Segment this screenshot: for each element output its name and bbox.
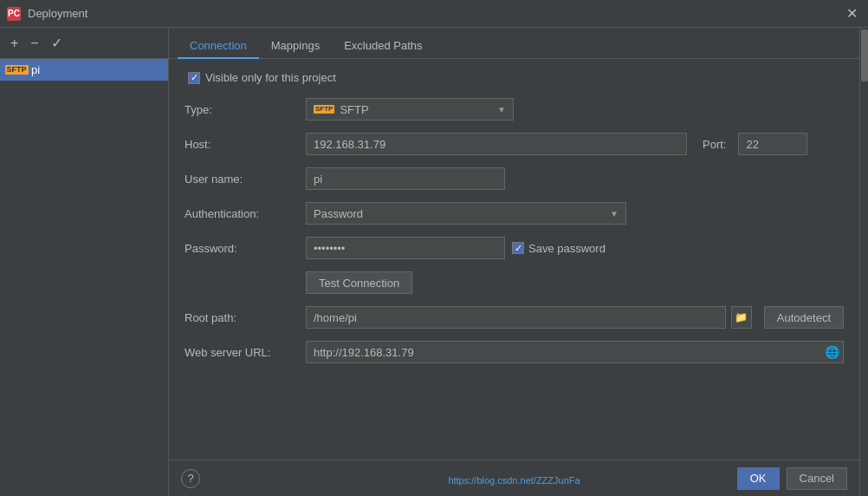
type-dropdown-value: SFTP: [340, 103, 368, 116]
help-button[interactable]: ?: [181, 469, 200, 488]
auth-row: Authentication: Password ▼: [185, 202, 844, 225]
type-control: SFTP SFTP ▼: [306, 98, 844, 121]
type-dropdown[interactable]: SFTP SFTP ▼: [306, 98, 514, 121]
add-deployment-button[interactable]: +: [7, 35, 22, 52]
sidebar-item-pi[interactable]: SFTP pi: [0, 59, 168, 81]
folder-browse-button[interactable]: 📁: [731, 306, 752, 329]
type-dropdown-icon: SFTP: [314, 105, 334, 114]
visible-only-label: Visible only for this project: [205, 71, 336, 84]
scrollbar-thumb: [861, 29, 868, 82]
right-scrollbar[interactable]: [859, 28, 868, 496]
sidebar-item-label: pi: [31, 63, 40, 76]
app-icon: PC: [7, 7, 21, 21]
tab-excluded-paths[interactable]: Excluded Paths: [332, 34, 434, 59]
password-row: Password: ✓ Save password: [185, 237, 844, 259]
connection-form: ✓ Visible only for this project Type: SF…: [169, 59, 859, 460]
sidebar-items-list: SFTP pi: [0, 59, 168, 496]
autodetect-button[interactable]: Autodetect: [764, 306, 844, 329]
tab-bar: Connection Mappings Excluded Paths: [169, 28, 859, 59]
tab-mappings[interactable]: Mappings: [259, 34, 332, 59]
host-row: Host: Port:: [185, 133, 844, 155]
test-connection-row: Test Connection: [185, 271, 844, 294]
root-path-input[interactable]: [306, 306, 726, 329]
visible-only-checkbox[interactable]: ✓: [188, 72, 200, 84]
type-label: Type:: [185, 103, 306, 116]
web-server-url-input[interactable]: [306, 341, 821, 363]
save-password-checkbox[interactable]: ✓: [512, 242, 524, 254]
bottom-bar: ? https://blog.csdn.net/ZZZJunFa OK Canc…: [169, 460, 859, 496]
root-path-row: Root path: 📁 Autodetect: [185, 306, 844, 329]
test-connection-button[interactable]: Test Connection: [306, 271, 412, 294]
folder-icon: 📁: [735, 311, 748, 323]
host-label: Host:: [185, 138, 306, 151]
root-path-label: Root path:: [185, 311, 306, 324]
auth-control: Password ▼: [306, 202, 844, 225]
visible-only-row: ✓ Visible only for this project: [185, 71, 844, 84]
status-link: https://blog.csdn.net/ZZZJunFa: [448, 475, 580, 486]
globe-icon: 🌐: [825, 345, 839, 359]
close-button[interactable]: ✕: [843, 5, 861, 22]
port-input[interactable]: [738, 133, 807, 155]
title-bar: PC Deployment ✕: [0, 0, 868, 28]
auth-label: Authentication:: [185, 207, 306, 220]
web-server-url-label: Web server URL:: [185, 346, 306, 359]
save-password-label: Save password: [528, 242, 606, 255]
username-control: [306, 167, 844, 190]
save-password-row: ✓ Save password: [512, 242, 606, 255]
host-control: Port:: [306, 133, 844, 155]
tab-connection[interactable]: Connection: [178, 34, 259, 59]
window-title: Deployment: [28, 7, 87, 20]
sftp-icon: SFTP: [9, 64, 24, 76]
sidebar: + − ✓ SFTP pi: [0, 28, 169, 496]
password-label: Password:: [185, 242, 306, 255]
auth-dropdown-value: Password: [314, 207, 363, 220]
username-row: User name:: [185, 167, 844, 190]
ok-button[interactable]: OK: [737, 467, 780, 490]
auth-dropdown-arrow: ▼: [610, 209, 619, 219]
type-dropdown-arrow: ▼: [497, 105, 506, 114]
web-server-url-control: 🌐: [306, 341, 844, 363]
password-control: ✓ Save password: [306, 237, 844, 259]
username-input[interactable]: [306, 167, 505, 190]
sidebar-toolbar: + − ✓: [0, 28, 168, 59]
host-input[interactable]: [306, 133, 687, 155]
root-path-control: 📁 Autodetect: [306, 306, 844, 329]
open-url-button[interactable]: 🌐: [821, 341, 844, 363]
cancel-button[interactable]: Cancel: [787, 467, 847, 490]
main-container: + − ✓ SFTP pi Connection Mappings Exclud…: [0, 28, 868, 496]
auth-dropdown[interactable]: Password ▼: [306, 202, 626, 225]
port-label: Port:: [703, 138, 726, 151]
username-label: User name:: [185, 173, 306, 186]
check-button[interactable]: ✓: [48, 35, 66, 52]
web-server-url-row: Web server URL: 🌐: [185, 341, 844, 363]
content-area: Connection Mappings Excluded Paths ✓ Vis…: [169, 28, 859, 496]
password-input[interactable]: [306, 237, 505, 259]
type-row: Type: SFTP SFTP ▼: [185, 98, 844, 121]
remove-deployment-button[interactable]: −: [27, 35, 42, 52]
